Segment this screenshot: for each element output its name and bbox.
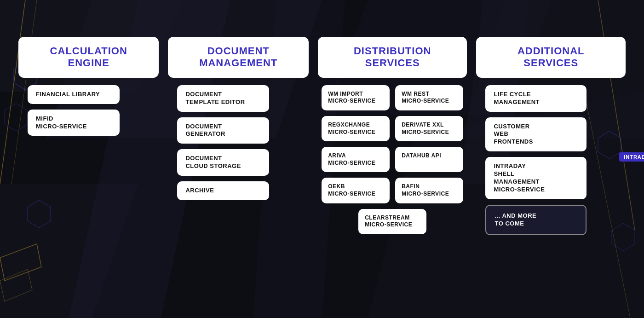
additional-services-items: LIFE CYCLEMANAGEMENT CUSTOMERWEBFRONTEND… bbox=[476, 85, 626, 235]
bafin-microservice-item: BAFINMICRO-SERVICE bbox=[395, 178, 463, 203]
clearstream-microservice-item: CLEARSTREAMMICRO-SERVICE bbox=[358, 209, 426, 234]
and-more-to-come-item: ... AND MORETO COME bbox=[485, 205, 586, 235]
document-cloud-storage-item: DOCUMENTCLOUD STORAGE bbox=[177, 149, 269, 176]
distribution-services-items: WM IMPORTMICRO-SERVICE WM RESTMICRO-SERV… bbox=[318, 85, 467, 234]
derivate-xxl-microservice-item: DERIVATE XXLMICRO-SERVICE bbox=[395, 116, 463, 141]
mifid-microservice-item: MIFIDMICRO-SERVICE bbox=[28, 110, 120, 136]
main-layout: CALCULATION ENGINE FINANCIAL LIBRARY MIF… bbox=[0, 0, 644, 318]
wm-rest-microservice-item: WM RESTMICRO-SERVICE bbox=[395, 85, 463, 110]
document-management-items: DOCUMENTTEMPLATE EDITOR DOCUMENTGENERATO… bbox=[168, 85, 308, 200]
dist-row-2: REGXCHANGEMICRO-SERVICE DERIVATE XXLMICR… bbox=[318, 116, 467, 141]
column-document-management: DOCUMENTMANAGEMENT DOCUMENTTEMPLATE EDIT… bbox=[168, 37, 308, 200]
customer-web-frontends-item: CUSTOMERWEBFRONTENDS bbox=[485, 117, 586, 152]
dist-row-1: WM IMPORTMICRO-SERVICE WM RESTMICRO-SERV… bbox=[318, 85, 467, 110]
dist-row-3: ARIVAMICRO-SERVICE DATAHUB API bbox=[318, 147, 467, 172]
intraday-shell-wrapper: INTRADAYSHELLMANAGEMENTMICRO-SERVICE INT… bbox=[485, 157, 626, 199]
datahub-api-item: DATAHUB API bbox=[395, 147, 463, 172]
intraday-badge: INTRADAY bbox=[619, 152, 644, 162]
wm-import-microservice-item: WM IMPORTMICRO-SERVICE bbox=[322, 85, 390, 110]
calculation-engine-items: FINANCIAL LIBRARY MIFIDMICRO-SERVICE bbox=[18, 85, 159, 136]
financial-library-item: FINANCIAL LIBRARY bbox=[28, 85, 120, 104]
document-management-title: DOCUMENTMANAGEMENT bbox=[199, 45, 277, 69]
column-distribution-services: DISTRIBUTIONSERVICES WM IMPORTMICRO-SERV… bbox=[318, 37, 467, 234]
dist-row-4: OEKBMICRO-SERVICE BAFINMICRO-SERVICE bbox=[318, 178, 467, 203]
document-template-editor-item: DOCUMENTTEMPLATE EDITOR bbox=[177, 85, 269, 112]
calculation-engine-title: CALCULATION ENGINE bbox=[50, 45, 127, 69]
ariva-microservice-item: ARIVAMICRO-SERVICE bbox=[322, 147, 390, 172]
archive-item: ARCHIVE bbox=[177, 181, 269, 200]
column-calculation-engine: CALCULATION ENGINE FINANCIAL LIBRARY MIF… bbox=[18, 37, 159, 136]
document-management-header: DOCUMENTMANAGEMENT bbox=[168, 37, 308, 78]
intraday-shell-management-item: INTRADAYSHELLMANAGEMENTMICRO-SERVICE bbox=[485, 157, 586, 199]
calculation-engine-header: CALCULATION ENGINE bbox=[18, 37, 159, 78]
oekb-microservice-item: OEKBMICRO-SERVICE bbox=[322, 178, 390, 203]
column-additional-services: ADDITIONALSERVICES LIFE CYCLEMANAGEMENT … bbox=[476, 37, 626, 235]
lifecycle-management-item: LIFE CYCLEMANAGEMENT bbox=[485, 85, 586, 112]
distribution-services-title: DISTRIBUTIONSERVICES bbox=[354, 45, 431, 69]
additional-services-title: ADDITIONALSERVICES bbox=[518, 45, 585, 69]
dist-row-5: CLEARSTREAMMICRO-SERVICE bbox=[318, 209, 467, 234]
regxchange-microservice-item: REGXCHANGEMICRO-SERVICE bbox=[322, 116, 390, 141]
distribution-services-header: DISTRIBUTIONSERVICES bbox=[318, 37, 467, 78]
additional-services-header: ADDITIONALSERVICES bbox=[476, 37, 626, 78]
document-generator-item: DOCUMENTGENERATOR bbox=[177, 117, 269, 144]
